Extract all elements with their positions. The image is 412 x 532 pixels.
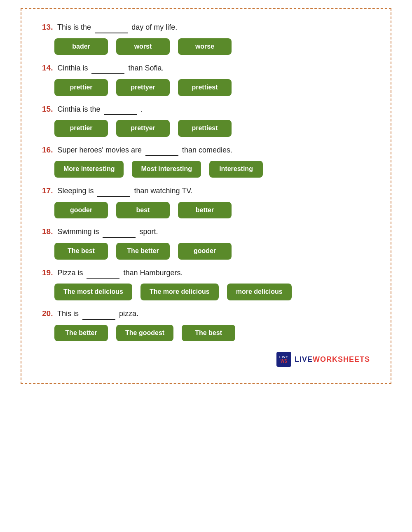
question-block-19: 19. Pizza is than Hamburgers.The most de… bbox=[42, 267, 370, 300]
blank-15 bbox=[104, 113, 137, 115]
question-block-20: 20. This is pizza.The betterThe goodestT… bbox=[42, 308, 370, 341]
question-number-14: 14. bbox=[42, 63, 53, 72]
question-block-15: 15. Cinthia is the .prettierprettyerpret… bbox=[42, 103, 370, 137]
question-block-13: 13. This is the day of my life.baderwors… bbox=[42, 21, 370, 55]
logo-box: LIVE WS bbox=[276, 352, 291, 367]
question-text-18: 18. Swimming is sport. bbox=[42, 226, 370, 238]
option-btn-q18-1[interactable]: The best bbox=[54, 243, 108, 260]
option-btn-q16-2[interactable]: Most interesting bbox=[132, 161, 201, 178]
question-block-17: 17. Sleeping is than watching TV.gooderb… bbox=[42, 185, 370, 218]
option-btn-q15-1[interactable]: prettier bbox=[54, 120, 108, 137]
worksheet: 13. This is the day of my life.baderwors… bbox=[21, 8, 391, 384]
option-btn-q13-1[interactable]: bader bbox=[54, 38, 108, 55]
question-number-18: 18. bbox=[42, 227, 53, 236]
option-btn-q17-2[interactable]: best bbox=[116, 202, 170, 219]
blank-13 bbox=[95, 32, 128, 33]
options-row-13: baderworstworse bbox=[54, 38, 370, 55]
question-text-19: 19. Pizza is than Hamburgers. bbox=[42, 267, 370, 279]
option-btn-q20-2[interactable]: The goodest bbox=[116, 325, 173, 342]
option-btn-q17-1[interactable]: gooder bbox=[54, 202, 108, 219]
option-btn-q19-2[interactable]: The more delicious bbox=[140, 284, 219, 300]
question-text-15: 15. Cinthia is the . bbox=[42, 103, 370, 115]
option-btn-q17-3[interactable]: better bbox=[178, 202, 232, 219]
blank-14 bbox=[91, 73, 124, 74]
option-btn-q14-3[interactable]: prettiest bbox=[178, 79, 232, 96]
blank-17 bbox=[97, 195, 130, 197]
option-btn-q14-2[interactable]: prettyer bbox=[116, 79, 170, 96]
option-btn-q18-3[interactable]: gooder bbox=[178, 243, 232, 260]
options-row-18: The bestThe bettergooder bbox=[54, 243, 370, 260]
question-text-17: 17. Sleeping is than watching TV. bbox=[42, 185, 370, 197]
question-block-18: 18. Swimming is sport.The bestThe better… bbox=[42, 226, 370, 259]
question-number-20: 20. bbox=[42, 309, 53, 318]
option-btn-q16-3[interactable]: interesting bbox=[209, 161, 263, 178]
options-row-17: gooderbestbetter bbox=[54, 202, 370, 219]
question-text-13: 13. This is the day of my life. bbox=[42, 21, 370, 33]
option-btn-q13-2[interactable]: worst bbox=[116, 38, 170, 55]
option-btn-q14-1[interactable]: prettier bbox=[54, 79, 108, 96]
question-number-17: 17. bbox=[42, 186, 53, 195]
options-row-14: prettierprettyerprettiest bbox=[54, 79, 370, 96]
question-number-19: 19. bbox=[42, 268, 53, 277]
blank-16 bbox=[145, 154, 178, 156]
options-row-16: More interestingMost interestinginterest… bbox=[54, 161, 370, 178]
options-row-19: The most deliciousThe more deliciousmore… bbox=[54, 284, 370, 300]
question-number-16: 16. bbox=[42, 145, 53, 154]
question-text-14: 14. Cinthia is than Sofia. bbox=[42, 62, 370, 74]
logo-area: LIVE WS LIVEWORKSHEETS bbox=[276, 352, 370, 367]
option-btn-q19-3[interactable]: more delicious bbox=[227, 284, 292, 300]
logo-ws-text: WS bbox=[281, 359, 287, 363]
question-block-14: 14. Cinthia is than Sofia.prettierpretty… bbox=[42, 62, 370, 96]
option-btn-q15-2[interactable]: prettyer bbox=[116, 120, 170, 137]
question-text-16: 16. Super heroes' movies are than comedi… bbox=[42, 144, 370, 156]
option-btn-q13-3[interactable]: worse bbox=[178, 38, 232, 55]
blank-19 bbox=[87, 277, 119, 279]
option-btn-q15-3[interactable]: prettiest bbox=[178, 120, 232, 137]
option-btn-q18-2[interactable]: The better bbox=[116, 243, 170, 260]
option-btn-q20-3[interactable]: The best bbox=[182, 325, 235, 342]
blank-18 bbox=[103, 236, 136, 238]
blank-20 bbox=[82, 318, 115, 320]
logo-label: LIVEWORKSHEETS bbox=[295, 355, 370, 364]
option-btn-q16-1[interactable]: More interesting bbox=[54, 161, 124, 178]
question-number-13: 13. bbox=[42, 23, 53, 31]
option-btn-q19-1[interactable]: The most delicious bbox=[54, 284, 132, 300]
question-text-20: 20. This is pizza. bbox=[42, 308, 370, 320]
options-row-20: The betterThe goodestThe best bbox=[54, 325, 370, 342]
logo-live-text: LIVE bbox=[279, 355, 288, 359]
footer: LIVE WS LIVEWORKSHEETS bbox=[42, 349, 370, 367]
question-block-16: 16. Super heroes' movies are than comedi… bbox=[42, 144, 370, 178]
options-row-15: prettierprettyerprettiest bbox=[54, 120, 370, 137]
option-btn-q20-1[interactable]: The better bbox=[54, 325, 108, 342]
question-number-15: 15. bbox=[42, 105, 53, 113]
